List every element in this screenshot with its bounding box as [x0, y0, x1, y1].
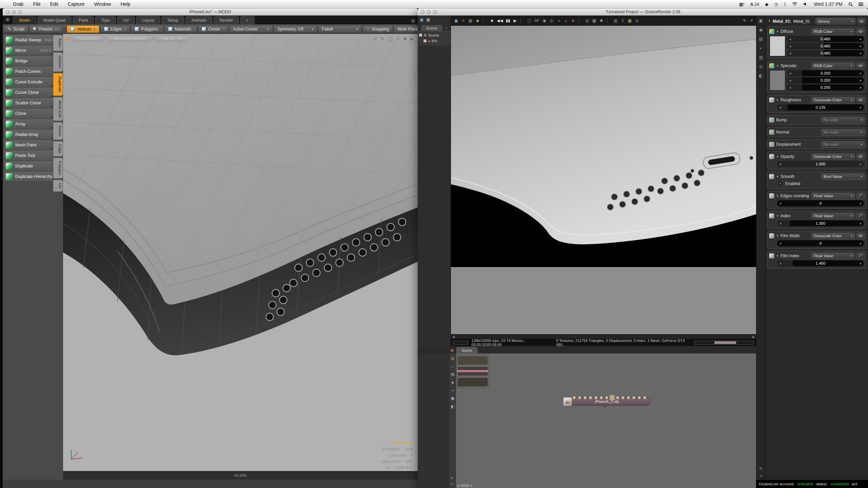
- curve-icon[interactable]: [856, 253, 865, 259]
- tool-paste-tool[interactable]: Paste Tool: [4, 150, 53, 161]
- value-slider[interactable]: ◀0▶: [777, 240, 864, 246]
- material-pin[interactable]: [643, 396, 646, 399]
- region-render-icon[interactable]: ▢: [527, 18, 532, 23]
- frame-icon[interactable]: ▣: [451, 396, 454, 401]
- node-type-dropdown[interactable]: Greyscale Color▾: [811, 97, 855, 103]
- material-pin[interactable]: [632, 396, 635, 399]
- restart-icon[interactable]: ◀◀: [497, 18, 503, 23]
- material-pin[interactable]: [616, 396, 619, 399]
- node-type-dropdown[interactable]: Greyscale Color▾: [811, 233, 855, 239]
- value-slider[interactable]: ◀0.480▶: [787, 43, 864, 49]
- separator[interactable]: ▏: [482, 18, 487, 23]
- material-picker-icon[interactable]: ◎: [585, 18, 589, 23]
- split-icon[interactable]: ◧: [451, 404, 454, 409]
- panel-grid-icon[interactable]: ▦: [426, 17, 430, 22]
- layout-rows-icon[interactable]: ▤: [451, 372, 454, 377]
- tab-topo[interactable]: Topo: [95, 16, 116, 24]
- node-graph-canvas[interactable]: iPhone5_2.obj ◀ ▶: [456, 353, 756, 488]
- kernel-icon[interactable]: ▤: [759, 37, 763, 41]
- node-graph-scene-tab[interactable]: Scene: [456, 347, 477, 353]
- curve-icon[interactable]: [856, 213, 865, 219]
- node-type-dropdown[interactable]: Float Value▾: [811, 213, 855, 219]
- zoom-button[interactable]: [18, 10, 22, 14]
- material-pin[interactable]: [611, 396, 614, 399]
- exposure-icon[interactable]: ◎: [549, 18, 554, 23]
- node-type-dropdown[interactable]: No node▾: [821, 141, 865, 148]
- fit-icon[interactable]: ↔: [451, 364, 455, 368]
- separator[interactable]: ▏: [520, 18, 525, 23]
- tool-mirror[interactable]: MirrorShift-V: [4, 45, 53, 56]
- value-slider[interactable]: ◀0.200▶: [787, 77, 864, 83]
- tool-duplicate[interactable]: Duplicate: [4, 161, 53, 171]
- node-add-icon[interactable]: ◈: [451, 380, 454, 385]
- clear-icon[interactable]: ✕: [461, 18, 466, 23]
- menu-item[interactable]: Grab: [13, 1, 23, 7]
- eye-icon[interactable]: [856, 97, 865, 103]
- tab-layout[interactable]: Layout: [136, 16, 160, 24]
- viewport-menu-icon[interactable]: ▶: [410, 36, 414, 41]
- wrench-icon[interactable]: ✎: [743, 18, 746, 23]
- tab-setup[interactable]: Setup: [161, 16, 184, 24]
- tool-clone[interactable]: Clone: [4, 108, 53, 119]
- tool-mesh-paint[interactable]: Mesh Paint: [4, 140, 53, 150]
- value-slider[interactable]: ◀0.125▶: [777, 104, 864, 110]
- gamma-icon[interactable]: ◒: [564, 18, 568, 23]
- scroll-left-icon[interactable]: ◀: [457, 484, 459, 487]
- zoom-button[interactable]: [433, 10, 437, 14]
- volume-icon[interactable]: [803, 2, 808, 6]
- material-pin[interactable]: [627, 396, 630, 399]
- outliner-scene-tab[interactable]: Scene+: [421, 25, 442, 31]
- tooltab-duplicate[interactable]: Duplicate: [53, 73, 63, 96]
- tool-bridge[interactable]: Bridge: [4, 56, 53, 66]
- minimize-button[interactable]: [427, 10, 431, 14]
- paint-region-icon[interactable]: ✱: [599, 18, 604, 23]
- tool-radial-array[interactable]: Radial Array: [4, 129, 53, 140]
- pan-icon[interactable]: ✛: [374, 36, 377, 41]
- lock-image-icon[interactable]: ◘: [635, 18, 639, 23]
- scroll-thumb[interactable]: [460, 484, 469, 487]
- scroll-left-icon[interactable]: ◀: [452, 335, 455, 339]
- mode-center[interactable]: Center7: [198, 25, 228, 33]
- tree-item-scene[interactable]: −↯Scene: [419, 32, 451, 38]
- pie-menu-icon[interactable]: [6, 18, 9, 22]
- tool-scatter-clone[interactable]: Scatter Clone: [4, 98, 53, 108]
- tooltab-polygon[interactable]: Polygon: [53, 158, 63, 179]
- save-image-icon[interactable]: ▩: [628, 18, 632, 23]
- curve-icon[interactable]: [856, 193, 865, 199]
- bluetooth-icon[interactable]: ᛒ: [784, 2, 787, 7]
- eye-icon[interactable]: [856, 28, 865, 35]
- environment-icon[interactable]: ◐: [760, 46, 762, 50]
- time-machine-icon[interactable]: ◷: [774, 2, 778, 7]
- shading-mode-pill[interactable]: Advanced OpenGL: [107, 36, 153, 42]
- tooltab-vertex[interactable]: Vertex: [53, 122, 63, 140]
- adobe-status-icon[interactable]: A24: [750, 2, 759, 7]
- thumbnail[interactable]: [457, 377, 488, 387]
- viewport-settings-icon[interactable]: ▣: [454, 18, 458, 23]
- copy-buffer-icon[interactable]: ▥: [613, 18, 618, 23]
- window-controls[interactable]: [421, 10, 437, 14]
- scale-icon[interactable]: ↗: [396, 36, 400, 41]
- tonemap-icon[interactable]: ◑: [556, 18, 561, 23]
- wifi-icon[interactable]: [792, 2, 797, 6]
- mode-polygons[interactable]: Polygons: [131, 25, 163, 33]
- viewport-state-dot[interactable]: [66, 37, 69, 40]
- thumbnail[interactable]: [457, 366, 488, 376]
- mesh-node[interactable]: iPhone5_2.obj: [564, 398, 650, 406]
- node-type-dropdown[interactable]: Float Value▾: [811, 253, 855, 259]
- node-type-dropdown[interactable]: Greyscale Color▾: [811, 154, 855, 160]
- layout-icon[interactable]: ▣: [420, 17, 423, 22]
- tab-paint[interactable]: Paint: [73, 16, 94, 24]
- minimize-button[interactable]: [12, 10, 16, 14]
- material-pin[interactable]: [589, 396, 592, 399]
- alpha-checker-icon[interactable]: ▦: [592, 18, 596, 23]
- eye-icon[interactable]: [856, 233, 865, 239]
- tab-uv[interactable]: UV: [117, 16, 135, 24]
- expander-icon[interactable]: −: [419, 34, 422, 37]
- preview-icon[interactable]: ◧: [759, 73, 763, 78]
- expand-icon[interactable]: ↗: [450, 482, 453, 487]
- export-icon[interactable]: ↧: [620, 18, 625, 23]
- menu-item[interactable]: Edit: [50, 1, 58, 7]
- raygl-pill[interactable]: Ray GL: Off: [155, 36, 189, 42]
- tooltab-basic[interactable]: Basic: [53, 35, 63, 51]
- modo-titlebar[interactable]: iPhone5.lxo* — MODO: [3, 8, 418, 16]
